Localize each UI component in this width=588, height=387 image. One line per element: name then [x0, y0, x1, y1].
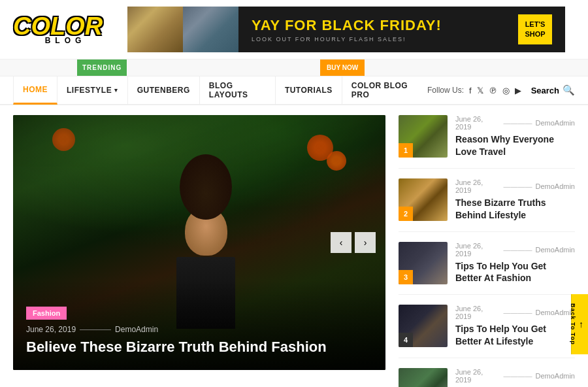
featured-author: DemoAdmin: [115, 325, 158, 334]
main-content: ‹ › Fashion June 26, 2019 ———— DemoAdmin…: [0, 105, 588, 387]
banner-photo-1: [127, 7, 183, 52]
sidebar-dash-2: ————: [503, 182, 532, 190]
logo-color-text: COLOR: [13, 14, 118, 39]
sidebar-title-2[interactable]: These Bizarre Truths Behind Lifestyle: [455, 197, 575, 222]
twitter-icon[interactable]: 𝕏: [477, 86, 483, 95]
nav-item-lifestyle[interactable]: LIFESTYLE ▾: [57, 76, 128, 105]
sidebar-dash-3: ————: [503, 246, 532, 254]
promo-button[interactable]: LET'S SHOP: [518, 14, 552, 45]
nav-search-button[interactable]: Search 🔍: [531, 84, 575, 96]
sidebar-item-2: 2 June 26, 2019 ———— DemoAdmin These Biz…: [399, 178, 575, 222]
slider-navigation: ‹ ›: [331, 232, 376, 253]
sidebar-dash-1: ————: [503, 119, 532, 127]
back-to-top-arrow-icon: ↑: [579, 319, 584, 329]
slider-next-button[interactable]: ›: [355, 232, 376, 253]
promo-text-area: YAY FOR BLACK FRIDAY! LOOK OUT FOR HOURL…: [252, 17, 518, 42]
instagram-icon[interactable]: ◎: [502, 86, 510, 95]
sidebar-author-5: DemoAdmin: [535, 372, 575, 380]
nav-bar: HOME LIFESTYLE ▾ GUTENBERG BLOG LAYOUTS …: [0, 76, 588, 105]
sidebar-dash-4: ————: [503, 309, 532, 316]
nav-item-color-blog-pro[interactable]: COLOR BLOG PRO: [342, 76, 427, 105]
sidebar-date-2: June 26, 2019: [455, 178, 500, 194]
featured-category-badge[interactable]: Fashion: [26, 307, 67, 320]
featured-overlay: Fashion June 26, 2019 ———— DemoAdmin Bel…: [13, 280, 385, 370]
sidebar-author-2: DemoAdmin: [535, 182, 575, 190]
sidebar-meta-5: June 26, 2019 ———— DemoAdmin: [455, 368, 575, 384]
header: COLOR BLOG YAY FOR BLACK FRIDAY! LOOK OU…: [0, 0, 588, 59]
featured-image: ‹ › Fashion June 26, 2019 ———— DemoAdmin…: [13, 115, 385, 370]
promo-sub-text: LOOK OUT FOR HOURLY FLASH SALES!: [252, 36, 518, 42]
sidebar-date-1: June 26, 2019: [455, 115, 500, 131]
trending-badge[interactable]: TRENDING: [77, 59, 127, 76]
sidebar-thumb-5: 5: [399, 368, 448, 387]
sidebar-title-3[interactable]: Tips To Help You Get Better At Fashion: [455, 260, 575, 285]
search-label: Search: [531, 86, 559, 95]
promo-btn-line2: SHOP: [525, 29, 546, 39]
nav-item-blog-layouts[interactable]: BLOG LAYOUTS: [200, 76, 276, 105]
sidebar-divider-3: [399, 294, 575, 295]
nav-item-tutorials[interactable]: TUTORIALS: [276, 76, 342, 105]
follow-label: Follow Us:: [427, 86, 464, 95]
sidebar-item-info-5: June 26, 2019 ———— DemoAdmin Skills Of L…: [455, 368, 575, 387]
sidebar-item-info-4: June 26, 2019 ———— DemoAdmin Tips To Hel…: [455, 305, 575, 348]
logo-area: COLOR BLOG: [13, 14, 118, 45]
promo-main-text: YAY FOR BLACK FRIDAY!: [252, 17, 518, 34]
back-to-top-button[interactable]: ↑ Back To Top: [571, 294, 588, 354]
banner-area: YAY FOR BLACK FRIDAY! LOOK OUT FOR HOURL…: [127, 7, 565, 52]
sidebar-date-5: June 26, 2019: [455, 368, 500, 384]
featured-meta-dash: ————: [80, 325, 111, 334]
sidebar-thumb-2: 2: [399, 178, 448, 221]
nav-follow-area: Follow Us: f 𝕏 ℗ ◎ ▶: [427, 86, 521, 95]
sidebar-author-4: DemoAdmin: [535, 309, 575, 316]
sidebar-divider-4: [399, 358, 575, 358]
featured-area: ‹ › Fashion June 26, 2019 ———— DemoAdmin…: [13, 115, 385, 387]
buy-now-badge[interactable]: BUY NOW: [320, 59, 365, 76]
sidebar-number-1: 1: [399, 143, 413, 158]
berries-right-2: [327, 151, 346, 171]
sidebar-number-4: 4: [399, 333, 413, 347]
search-icon: 🔍: [563, 84, 575, 96]
slider-prev-button[interactable]: ‹: [331, 232, 351, 253]
sidebar-date-3: June 26, 2019: [455, 242, 500, 258]
sidebar-meta-4: June 26, 2019 ———— DemoAdmin: [455, 305, 575, 320]
sidebar-author-1: DemoAdmin: [535, 119, 575, 127]
sidebar-meta-3: June 26, 2019 ———— DemoAdmin: [455, 242, 575, 258]
trending-bar: TRENDING BUY NOW: [0, 59, 588, 76]
nav-item-gutenberg[interactable]: GUTENBERG: [128, 76, 200, 105]
sidebar-number-2: 2: [399, 207, 413, 221]
youtube-icon[interactable]: ▶: [515, 86, 521, 95]
sidebar-meta-1: June 26, 2019 ———— DemoAdmin: [455, 115, 575, 131]
lifestyle-arrow-icon: ▾: [114, 87, 118, 93]
sidebar-title-4[interactable]: Tips To Help You Get Better At Lifestyle: [455, 323, 575, 348]
banner-photo-2: [183, 7, 238, 52]
facebook-icon[interactable]: f: [469, 86, 472, 95]
sidebar-item-info-1: June 26, 2019 ———— DemoAdmin Reason Why …: [455, 115, 575, 158]
sidebar-title-1[interactable]: Reason Why Everyone Love Travel: [455, 133, 575, 158]
banner-promo[interactable]: YAY FOR BLACK FRIDAY! LOOK OUT FOR HOURL…: [238, 7, 565, 52]
featured-title[interactable]: Believe These Bizarre Truth Behind Fashi…: [26, 338, 372, 357]
promo-btn-line1: LET'S: [525, 20, 546, 29]
back-to-top-label: Back To Top: [570, 303, 576, 345]
person-hair: [180, 154, 232, 220]
sidebar-item-5: 5 June 26, 2019 ———— DemoAdmin Skills Of…: [399, 368, 575, 387]
pinterest-icon[interactable]: ℗: [489, 86, 497, 95]
sidebar-item-1: 1 June 26, 2019 ———— DemoAdmin Reason Wh…: [399, 115, 575, 158]
sidebar-item-info-3: June 26, 2019 ———— DemoAdmin Tips To Hel…: [455, 242, 575, 285]
sidebar-dash-5: ————: [503, 372, 532, 380]
sidebar-author-3: DemoAdmin: [535, 246, 575, 254]
sidebar-meta-2: June 26, 2019 ———— DemoAdmin: [455, 178, 575, 194]
logo[interactable]: COLOR BLOG: [13, 14, 118, 45]
sidebar-divider-2: [399, 231, 575, 232]
nav-item-home[interactable]: HOME: [13, 76, 57, 105]
berries-left: [52, 128, 75, 151]
nav-links: HOME LIFESTYLE ▾ GUTENBERG BLOG LAYOUTS …: [13, 76, 427, 105]
sidebar-thumb-4: 4: [399, 305, 448, 347]
featured-meta: June 26, 2019 ———— DemoAdmin: [26, 325, 372, 334]
sidebar-thumb-1: 1: [399, 115, 448, 158]
sidebar-item-info-2: June 26, 2019 ———— DemoAdmin These Bizar…: [455, 178, 575, 222]
sidebar-item-3: 3 June 26, 2019 ———— DemoAdmin Tips To H…: [399, 242, 575, 285]
sidebar-divider-1: [399, 168, 575, 169]
featured-date: June 26, 2019: [26, 325, 76, 334]
sidebar-thumb-3: 3: [399, 242, 448, 284]
sidebar-item-4: 4 June 26, 2019 ———— DemoAdmin Tips To H…: [399, 305, 575, 348]
